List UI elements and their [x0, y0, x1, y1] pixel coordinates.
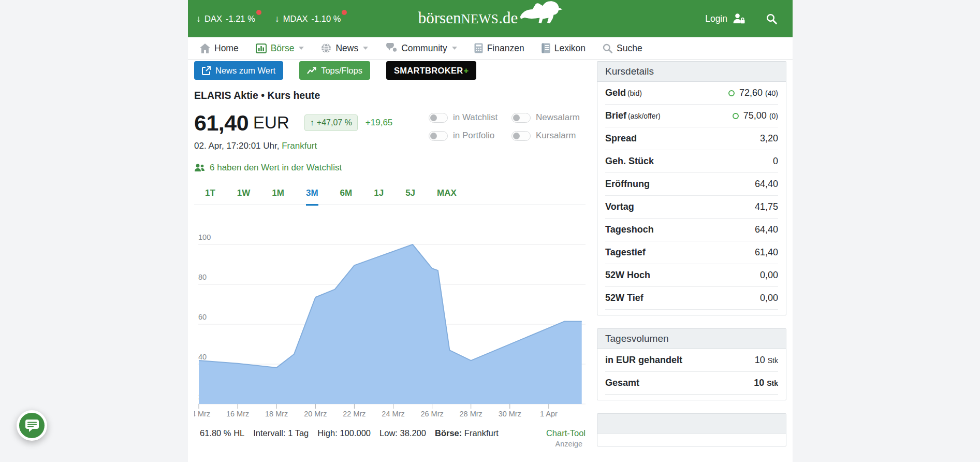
index-ticker: ↓ DAX -1.21 % ↓ MDAX -1.10 %	[196, 14, 345, 24]
nav-item-finanzen[interactable]: Finanzen	[474, 43, 524, 54]
nav-item-boerse[interactable]: Börse	[256, 43, 304, 54]
portfolio-toggle[interactable]: in Portfolio	[429, 131, 511, 141]
nav-item-news[interactable]: News	[321, 43, 368, 54]
tab-6m[interactable]: 6M	[340, 188, 353, 206]
main-navigation: Home Börse News	[188, 37, 793, 60]
book-icon	[542, 43, 550, 53]
change-absolute: +19,65	[365, 118, 392, 128]
alert-toggles: in Watchlist Newsalarm in Portfolio Kurs…	[429, 112, 580, 141]
tab-1t[interactable]: 1T	[205, 188, 215, 206]
notification-dot	[256, 10, 261, 15]
x-axis-label: 1 Apr	[540, 410, 558, 417]
up-arrow-icon: ↑	[310, 118, 314, 127]
index-change: -1.21 %	[226, 14, 255, 24]
kursalarm-toggle[interactable]: Kursalarm	[511, 131, 580, 141]
price-row: 61,40 EUR ↑ +47,07 % +19,65 in Watchlist…	[194, 109, 586, 137]
chevron-down-icon	[452, 47, 457, 50]
y-axis-label: 100	[198, 233, 211, 241]
x-axis-label: 16 Mrz	[226, 410, 249, 417]
login-label: Login	[705, 13, 727, 24]
tab-1m[interactable]: 1M	[272, 188, 284, 206]
panel-title	[597, 414, 786, 434]
table-row-spread: Spread 3,20	[605, 127, 778, 150]
globe-icon	[321, 43, 331, 53]
y-axis-label: 40	[198, 353, 207, 361]
newsalarm-toggle[interactable]: Newsalarm	[511, 112, 580, 123]
exchange-link[interactable]: Frankfurt	[282, 141, 317, 151]
tab-5j[interactable]: 5J	[405, 188, 415, 206]
table-row-52w-hoch: 52W Hoch 0,00	[605, 264, 778, 287]
login-button[interactable]: Login	[705, 13, 745, 24]
chart-footer: 61.80 % HL Intervall: 1 Tag High: 100.00…	[194, 428, 586, 438]
smartbroker-button[interactable]: SMARTBROKER+	[386, 61, 476, 80]
table-row-eur-gehandelt: in EUR gehandelt 10Stk	[605, 349, 778, 372]
users-icon	[194, 164, 205, 172]
table-row-tageshoch: Tageshoch 64,40	[605, 219, 778, 241]
y-axis-label: 80	[198, 273, 207, 281]
index-name: DAX	[204, 14, 222, 24]
index-mdax[interactable]: ↓ MDAX -1.10 %	[275, 14, 345, 24]
index-name: MDAX	[283, 14, 308, 24]
chat-bubble-icon	[24, 418, 40, 432]
nav-item-lexikon[interactable]: Lexikon	[542, 43, 586, 54]
kursdetails-panel: Kursdetails Geld(bid) 72,60(40) Brief(as…	[597, 61, 786, 315]
toggle-switch-off[interactable]	[429, 113, 448, 123]
tab-3m[interactable]: 3M	[306, 188, 318, 206]
status-ring-icon	[728, 90, 735, 96]
tab-1j[interactable]: 1J	[374, 188, 384, 206]
search-button[interactable]	[766, 13, 777, 24]
toggle-switch-off[interactable]	[511, 113, 531, 123]
toggle-switch-off[interactable]	[429, 131, 448, 141]
tab-max[interactable]: MAX	[437, 188, 457, 206]
chat-bubbles-icon	[385, 43, 397, 53]
action-buttons: News zum Wert Tops/Flops SMARTBROKER+	[194, 61, 586, 80]
table-row-geh-stueck: Geh. Stück 0	[605, 150, 778, 173]
chart-low: Low: 38.200	[379, 428, 426, 438]
chart-high: High: 100.000	[317, 428, 371, 438]
ad-label: Anzeige	[194, 440, 586, 448]
chat-fab-button[interactable]	[17, 410, 47, 441]
watchlist-toggle[interactable]: in Watchlist	[429, 112, 511, 123]
toggle-switch-off[interactable]	[511, 131, 531, 141]
x-axis-label: 22 Mrz	[343, 410, 365, 417]
calculator-icon	[474, 43, 483, 53]
current-price: 61,40	[194, 110, 248, 136]
logo-text: börsen	[418, 9, 461, 27]
x-axis-label: 14 Mrz	[194, 410, 210, 417]
tops-flops-button[interactable]: Tops/Flops	[299, 61, 370, 80]
table-row-brief: Brief(ask/offer) 75,00(0)	[605, 105, 778, 127]
watchlist-count-link[interactable]: 6 haben den Wert in der Watchlist	[194, 163, 586, 173]
x-axis-label: 18 Mrz	[265, 410, 288, 417]
site-logo[interactable]: börsenNEWS.de	[418, 9, 563, 27]
y-axis-label: 60	[198, 313, 207, 321]
user-lock-icon	[733, 13, 745, 24]
topbar-right: Login	[705, 13, 777, 24]
table-row-52w-tief: 52W Tief 0,00	[605, 287, 778, 310]
chart-hl-range: 61.80 % HL	[200, 428, 244, 438]
change-percent-badge: ↑ +47,07 %	[304, 114, 358, 131]
nav-item-suche[interactable]: Suche	[603, 43, 642, 54]
nav-item-home[interactable]: Home	[200, 43, 239, 54]
panel-title: Kursdetails	[597, 62, 786, 82]
status-ring-icon	[733, 113, 739, 119]
panel-title: Tagesvolumen	[597, 329, 786, 349]
chart-tool-link[interactable]: Chart-Tool	[546, 428, 586, 438]
price-area-chart[interactable]: 2040608010014 Mrz16 Mrz18 Mrz20 Mrz22 Mr…	[194, 209, 586, 417]
content: News zum Wert Tops/Flops SMARTBROKER+ EL…	[188, 60, 793, 448]
index-dax[interactable]: ↓ DAX -1.21 %	[196, 14, 259, 24]
quote-timestamp: 02. Apr, 17:20:01 Uhr, Frankfurt	[194, 141, 586, 151]
nav-item-community[interactable]: Community	[385, 43, 457, 54]
news-zum-wert-button[interactable]: News zum Wert	[194, 61, 283, 80]
chevron-down-icon	[363, 47, 368, 50]
home-icon	[200, 44, 210, 53]
notification-dot	[342, 10, 347, 15]
main-column: News zum Wert Tops/Flops SMARTBROKER+ EL…	[194, 60, 586, 448]
index-change: -1.10 %	[311, 14, 341, 24]
x-axis-label: 28 Mrz	[460, 410, 482, 417]
down-arrow-icon: ↓	[196, 14, 201, 23]
x-axis-label: 30 Mrz	[499, 410, 521, 417]
tab-1w[interactable]: 1W	[237, 188, 251, 206]
sidebar: Kursdetails Geld(bid) 72,60(40) Brief(as…	[597, 61, 786, 448]
trend-line-icon	[307, 67, 316, 75]
tagesvolumen-panel: Tagesvolumen in EUR gehandelt 10Stk Gesa…	[597, 328, 786, 400]
